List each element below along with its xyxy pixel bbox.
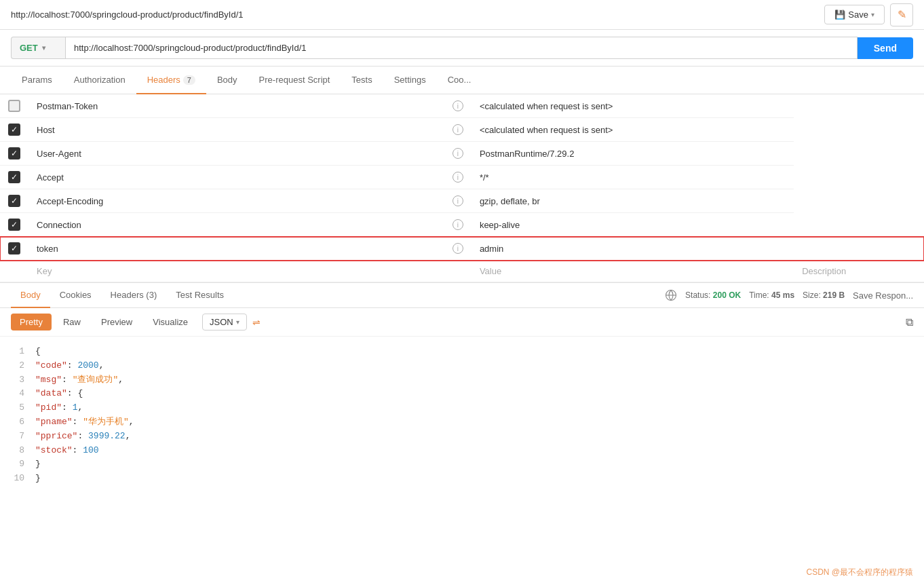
header-checkbox-0[interactable] [8,100,20,112]
response-section: BodyCookiesHeaders (3)Test Results Statu… [0,282,924,486]
headers-section: Postman-Tokeni<calculated when request i… [0,94,924,282]
format-btn-raw[interactable]: Raw [54,314,90,331]
info-icon-2[interactable]: i [453,148,463,159]
table-row: Connectionikeep-alive [0,213,924,237]
info-icon-0[interactable]: i [453,100,463,111]
response-tab-body[interactable]: Body [11,283,50,308]
method-label: GET [20,43,38,53]
header-checkbox-2[interactable] [8,147,20,159]
line-number: 3 [11,373,24,388]
size-label: Size: 219 B [803,290,845,300]
code-line: 5 "pid": 1, [11,401,913,415]
info-icon-1[interactable]: i [453,124,463,135]
response-tab-cookies[interactable]: Cookies [50,283,101,308]
table-row: Accept-Encodingigzip, deflate, br [0,189,924,213]
header-checkbox-4[interactable] [8,195,20,207]
send-label: Send [874,43,897,54]
copy-icon[interactable]: ⧉ [906,316,913,328]
code-line: 3 "msg": "查询成功", [11,373,913,388]
header-value-1: <calculated when request is sent> [480,125,613,135]
table-row: User-AgentiPostmanRuntime/7.29.2 [0,142,924,166]
status-value: 200 OK [713,290,741,300]
info-icon-5[interactable]: i [453,219,463,230]
tab-authorization[interactable]: Authorization [63,67,136,94]
line-content: "data": { [35,387,83,401]
placeholder-check [0,261,28,282]
line-content: "pprice": 3999.22, [35,430,130,444]
response-tabs: BodyCookiesHeaders (3)Test Results Statu… [0,283,924,308]
format-btn-pretty[interactable]: Pretty [11,314,52,331]
header-checkbox-5[interactable] [8,219,20,231]
header-value-2: PostmanRuntime/7.29.2 [480,149,574,159]
save-response-button[interactable]: Save Respon... [853,290,913,301]
tab-params[interactable]: Params [11,67,63,94]
code-line: 6 "pname": "华为手机", [11,415,913,430]
size-value: 219 B [823,290,845,300]
time-label: Time: 45 ms [749,290,794,300]
code-line: 8 "stock": 100 [11,444,913,458]
tab-tests[interactable]: Tests [341,67,383,94]
header-key-2: User-Agent [37,149,81,159]
line-number: 1 [11,345,24,359]
placeholder-value[interactable]: Value [471,261,794,282]
table-row-placeholder: Key Value Description [0,261,924,282]
header-value-3: */* [480,172,489,183]
info-icon-3[interactable]: i [453,172,463,183]
code-line: 9 } [11,457,913,472]
header-key-1: Host [37,125,55,135]
chevron-down-icon: ▾ [871,11,874,18]
method-select[interactable]: GET ▾ [11,37,65,59]
line-content: "code": 2000, [35,359,104,373]
headers-table: Postman-Tokeni<calculated when request i… [0,94,924,282]
header-value-0: <calculated when request is sent> [480,101,613,111]
line-number: 2 [11,359,24,373]
request-tabs: ParamsAuthorizationHeaders7BodyPre-reque… [0,67,924,94]
tab-settings[interactable]: Settings [383,67,437,94]
table-row: Accepti*/* [0,166,924,189]
url-bar: GET ▾ Send [0,30,924,67]
placeholder-description[interactable]: Description [794,261,924,282]
info-icon-4[interactable]: i [453,195,463,206]
header-key-4: Accept-Encoding [37,196,103,206]
send-button[interactable]: Send [858,37,913,59]
tab-prerequest[interactable]: Pre-request Script [248,67,341,94]
response-meta: Status: 200 OK Time: 45 ms Size: 219 B S… [665,289,913,301]
header-key-0: Postman-Token [37,101,98,111]
tab-headers[interactable]: Headers7 [136,67,206,94]
top-bar: http://localhost:7000/springcloud-produc… [0,0,924,30]
header-checkbox-3[interactable] [8,171,20,183]
edit-button[interactable]: ✎ [890,3,913,26]
table-row: Hosti<calculated when request is sent> [0,118,924,142]
line-content: } [35,472,41,486]
method-chevron-icon: ▾ [42,44,45,52]
line-number: 4 [11,387,24,401]
format-select-chevron-icon: ▾ [236,318,239,326]
header-checkbox-6[interactable] [8,242,20,254]
line-number: 8 [11,444,24,458]
line-number: 10 [11,472,24,486]
line-content: } [35,457,41,472]
response-tab-testresults[interactable]: Test Results [166,283,233,308]
tab-cookies-partial[interactable]: Coo... [437,67,482,94]
format-select[interactable]: JSON ▾ [202,314,247,331]
code-line: 7 "pprice": 3999.22, [11,430,913,444]
filter-icon[interactable]: ⇌ [252,317,261,328]
info-icon-6[interactable]: i [453,243,463,254]
header-checkbox-1[interactable] [8,124,20,136]
line-content: "stock": 100 [35,444,99,458]
format-btn-visualize[interactable]: Visualize [144,314,197,331]
tab-count-headers: 7 [183,75,195,85]
code-line: 10} [11,472,913,486]
placeholder-key[interactable]: Key [28,261,444,282]
code-line: 4 "data": { [11,387,913,401]
table-row: Postman-Tokeni<calculated when request i… [0,94,924,118]
response-tab-headers[interactable]: Headers (3) [101,283,167,308]
tab-body[interactable]: Body [206,67,248,94]
save-button[interactable]: 💾 Save ▾ [824,5,885,24]
line-number: 5 [11,401,24,415]
format-btn-preview[interactable]: Preview [92,314,141,331]
url-input[interactable] [65,37,858,59]
line-number: 7 [11,430,24,444]
placeholder-info [444,261,471,282]
header-key-5: Connection [37,220,81,230]
